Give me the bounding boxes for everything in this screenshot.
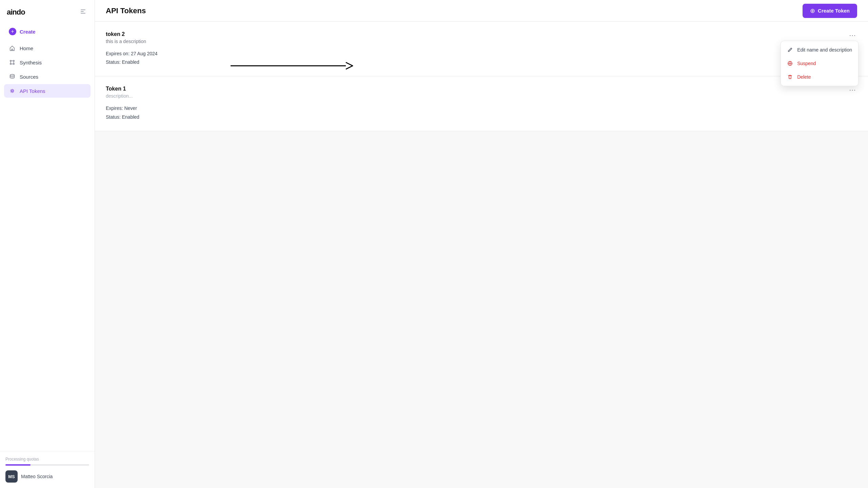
create-button[interactable]: + Create: [4, 24, 91, 39]
token-description-0: this is a description: [106, 39, 857, 44]
token-meta-0: Expires on: 27 Aug 2024 Status: Enabled: [106, 50, 857, 66]
trash-icon: [787, 74, 793, 80]
page-title: API Tokens: [106, 6, 146, 15]
sidebar-item-home[interactable]: Home: [4, 41, 91, 55]
user-name: Matteo Scorcia: [21, 474, 53, 479]
home-icon: [9, 45, 16, 52]
three-dots-icon-1: ⋯: [849, 86, 856, 94]
user-row: MS Matteo Scorcia: [5, 470, 89, 483]
svg-rect-1: [81, 11, 84, 12]
avatar: MS: [5, 470, 18, 483]
token-more-button-1[interactable]: ⋯: [846, 84, 859, 95]
logo: aindo: [7, 8, 25, 17]
svg-point-12: [11, 90, 13, 92]
synthesis-icon: [9, 59, 16, 66]
sources-icon: [9, 73, 16, 80]
sidebar-item-api-tokens[interactable]: API Tokens: [4, 84, 91, 98]
token-card-1: Token 1 description... Expires: Never St…: [95, 76, 868, 131]
quota-bar-fill: [5, 464, 31, 466]
sidebar-bottom: Processing quotas MS Matteo Scorcia: [0, 451, 95, 488]
header: API Tokens ⊕ Create Token: [95, 0, 868, 22]
api-tokens-icon: [9, 87, 16, 94]
sidebar-header: aindo: [0, 0, 95, 21]
token-card-0: token 2 this is a description Expires on…: [95, 22, 868, 76]
create-token-plus-icon: ⊕: [810, 7, 815, 15]
create-token-button[interactable]: ⊕ Create Token: [803, 4, 857, 18]
main-content: API Tokens ⊕ Create Token token 2 this i…: [95, 0, 868, 488]
token-name-0: token 2: [106, 31, 857, 37]
sidebar-toggle-icon[interactable]: [78, 7, 88, 18]
suspend-icon: [787, 60, 793, 66]
svg-point-5: [10, 63, 12, 65]
dropdown-menu: Edit name and description Suspend: [781, 41, 859, 86]
sidebar-nav: + Create Home: [0, 21, 95, 451]
create-circle-icon: +: [9, 28, 16, 35]
token-more-button-0[interactable]: ⋯: [846, 30, 859, 41]
svg-point-4: [13, 60, 15, 62]
svg-point-11: [10, 74, 15, 76]
svg-point-6: [13, 63, 15, 65]
pencil-icon: [787, 47, 793, 53]
token-name-1: Token 1: [106, 86, 857, 92]
token-description-1: description...: [106, 93, 857, 99]
svg-rect-0: [81, 9, 85, 10]
svg-rect-2: [81, 13, 85, 14]
quota-bar: [5, 464, 89, 466]
three-dots-icon-0: ⋯: [849, 32, 856, 39]
svg-point-3: [10, 60, 12, 62]
sidebar: aindo + Create Home: [0, 0, 95, 488]
sidebar-item-synthesis[interactable]: Synthesis: [4, 56, 91, 69]
tokens-list: token 2 this is a description Expires on…: [95, 22, 868, 488]
token-meta-1: Expires: Never Status: Enabled: [106, 104, 857, 121]
sidebar-item-sources[interactable]: Sources: [4, 70, 91, 83]
edit-name-description-item[interactable]: Edit name and description: [781, 43, 858, 57]
delete-item[interactable]: Delete: [781, 70, 858, 84]
processing-quotas-label: Processing quotas: [5, 457, 89, 462]
suspend-item[interactable]: Suspend: [781, 57, 858, 70]
